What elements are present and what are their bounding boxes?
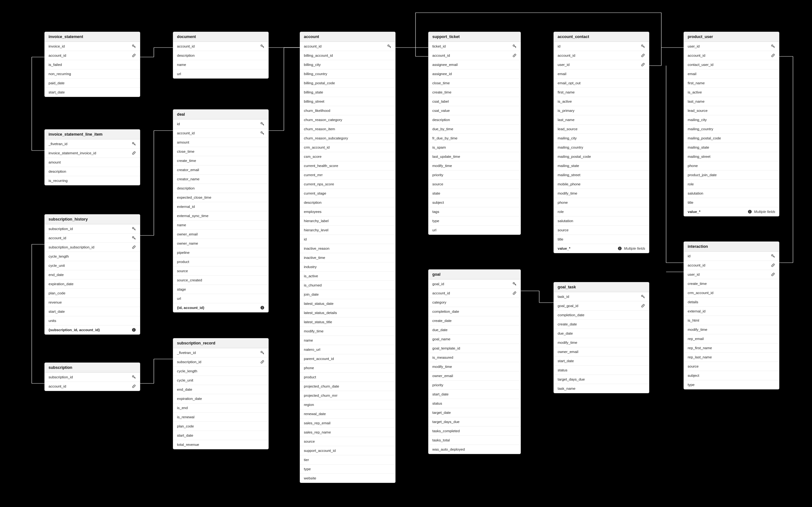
table-row[interactable]: units — [45, 316, 140, 325]
table-row[interactable]: creator_email — [173, 165, 268, 174]
table-row[interactable]: expected_close_time — [173, 193, 268, 202]
table-row[interactable]: current_mrr — [300, 170, 395, 179]
table-row[interactable]: role — [554, 207, 649, 216]
table-row[interactable]: employees — [300, 207, 395, 216]
table-row[interactable]: revenue — [45, 297, 140, 307]
table-subscription_history[interactable]: subscription_historysubscription_idaccou… — [44, 214, 140, 335]
table-row[interactable]: id — [684, 251, 779, 261]
table-row[interactable]: description — [428, 115, 520, 124]
table-row[interactable]: owner_email — [428, 371, 520, 380]
table-support_ticket[interactable]: support_ticketticket_idaccount_idassigne… — [428, 32, 521, 235]
table-row[interactable]: product — [300, 372, 395, 382]
table-row[interactable]: billing_state — [300, 88, 395, 97]
table-row[interactable]: is_active — [300, 271, 395, 280]
table-row[interactable]: sales_rep_name — [300, 428, 395, 437]
table-row[interactable]: mailing_state — [554, 161, 649, 170]
table-row[interactable]: start_date — [428, 389, 520, 399]
table-row[interactable]: type — [300, 464, 395, 473]
table-row[interactable]: id — [300, 234, 395, 244]
table-row[interactable]: mailing_postal_code — [684, 133, 779, 143]
table-goal_task[interactable]: goal_tasktask_idgoal_goal_idcompletion_d… — [554, 282, 649, 393]
table-header[interactable]: account — [300, 32, 395, 42]
table-header[interactable]: account_contact — [554, 32, 649, 42]
table-row[interactable]: user_id — [684, 42, 779, 51]
table-row[interactable]: category — [428, 297, 520, 307]
table-row[interactable]: pipeline — [173, 248, 268, 257]
table-row[interactable]: current_stage — [300, 188, 395, 198]
table-row[interactable]: invoice_id — [45, 42, 140, 51]
table-row[interactable]: invoice_statement_invoice_id — [45, 148, 140, 158]
table-row[interactable]: external_id — [173, 202, 268, 211]
table-row[interactable]: tasks_total — [428, 435, 520, 445]
table-row[interactable]: target_days_due — [554, 375, 649, 384]
table-row[interactable]: url — [173, 294, 268, 303]
table-row[interactable]: due_date — [428, 325, 520, 334]
table-row[interactable]: mailing_country — [684, 124, 779, 133]
table-row[interactable]: close_time — [428, 78, 520, 88]
table-row[interactable]: region — [300, 400, 395, 409]
table-row[interactable]: is_recurring — [45, 176, 140, 185]
table-row[interactable]: status — [428, 399, 520, 408]
table-row[interactable]: cycle_length — [173, 366, 268, 376]
table-row[interactable]: name — [173, 220, 268, 229]
table-account[interactable]: accountaccount_idbilling_account_idbilli… — [300, 32, 396, 483]
table-row[interactable]: tags — [428, 207, 520, 216]
table-row[interactable]: website — [300, 473, 395, 483]
table-row[interactable]: projected_churn_date — [300, 382, 395, 391]
table-row[interactable]: mailing_street — [554, 170, 649, 179]
table-row[interactable]: was_auto_deployed — [428, 445, 520, 454]
table-row[interactable]: fr_due_by_time — [428, 133, 520, 143]
table-row[interactable]: phone — [554, 198, 649, 207]
table-row[interactable]: subject — [684, 371, 779, 380]
table-row[interactable]: _fivetran_id — [45, 139, 140, 148]
table-row[interactable]: is_churned — [300, 280, 395, 290]
table-header[interactable]: goal — [428, 270, 520, 279]
table-row[interactable]: goal_goal_id — [554, 301, 649, 310]
table-row[interactable]: is_spam — [428, 143, 520, 152]
table-row[interactable]: billing_country — [300, 69, 395, 78]
table-account_contact[interactable]: account_contactidaccount_iduser_idemaile… — [554, 32, 649, 253]
table-document[interactable]: documentaccount_iddescriptionnameurl — [173, 32, 269, 78]
table-row[interactable]: sales_rep_email — [300, 418, 395, 428]
table-row[interactable]: url — [428, 225, 520, 234]
table-row[interactable]: plan_code — [173, 421, 268, 431]
table-row[interactable]: account_id — [554, 51, 649, 60]
table-row[interactable]: hierarchy_level — [300, 225, 395, 234]
table-row[interactable]: modify_time — [300, 326, 395, 336]
table-row[interactable]: source — [684, 361, 779, 371]
table-row[interactable]: salutation — [684, 188, 779, 198]
table-row[interactable]: latest_status_details — [300, 308, 395, 317]
table-row[interactable]: email — [554, 69, 649, 78]
table-row[interactable]: name — [300, 336, 395, 345]
table-row[interactable]: is_primary — [554, 106, 649, 115]
table-row[interactable]: email — [684, 69, 779, 78]
table-row[interactable]: due_by_time — [428, 124, 520, 133]
table-goal[interactable]: goalgoal_idaccount_idcategorycompletion_… — [428, 269, 521, 454]
table-row[interactable]: product — [173, 257, 268, 266]
table-row[interactable]: owner_email — [554, 347, 649, 356]
table-row[interactable]: contact_user_id — [684, 60, 779, 69]
table-row[interactable]: renewal_date — [300, 409, 395, 418]
table-row[interactable]: plan_code — [45, 288, 140, 297]
table-row[interactable]: end_date — [173, 385, 268, 394]
table-row[interactable]: state — [428, 188, 520, 198]
table-row[interactable]: goal_name — [428, 334, 520, 343]
table-row[interactable]: inactive_time — [300, 253, 395, 262]
table-row[interactable]: completion_date — [554, 310, 649, 320]
table-row[interactable]: external_sync_time — [173, 211, 268, 220]
table-row[interactable]: natero_url — [300, 345, 395, 354]
table-header[interactable]: invoice_statement — [45, 32, 140, 42]
table-row[interactable]: account_id — [428, 288, 520, 297]
table-row[interactable]: subject — [428, 198, 520, 207]
table-row[interactable]: title — [554, 234, 649, 244]
table-invoice_statement_line_item[interactable]: invoice_statement_line_item_fivetran_idi… — [44, 129, 140, 185]
table-row[interactable]: join_date — [300, 290, 395, 299]
table-row[interactable]: due_date — [554, 329, 649, 338]
table-invoice_statement[interactable]: invoice_statementinvoice_idaccount_idis_… — [44, 32, 140, 97]
table-row[interactable]: lead_source — [684, 106, 779, 115]
table-row[interactable]: csat_value — [428, 106, 520, 115]
table-row[interactable]: rep_first_name — [684, 343, 779, 352]
table-row[interactable]: user_id — [684, 270, 779, 279]
table-subscription[interactable]: subscriptionsubscription_idaccount_id — [44, 362, 140, 391]
table-row[interactable]: cycle_unit — [173, 376, 268, 385]
